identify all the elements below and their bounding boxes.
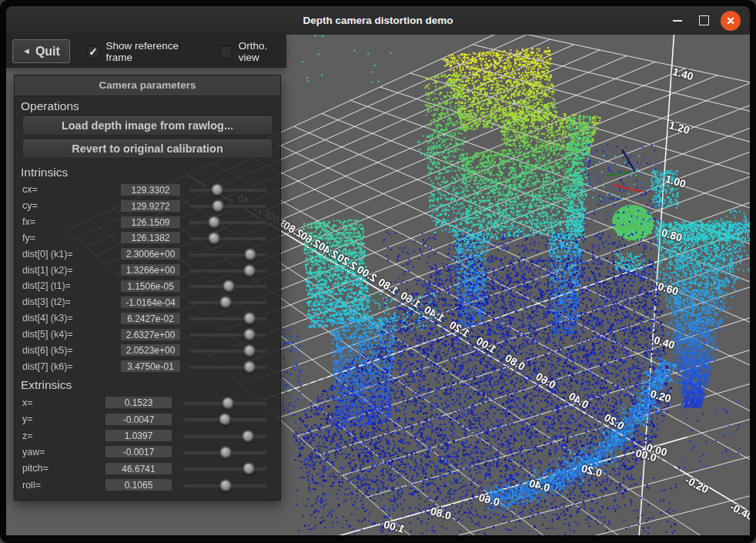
param-label: pitch= (22, 463, 105, 474)
slider-handle[interactable] (222, 397, 234, 409)
param-slider[interactable] (182, 449, 268, 455)
param-slider[interactable] (188, 267, 268, 273)
camera-parameters-panel: Camera parameters Operations Load depth … (14, 75, 281, 501)
titlebar[interactable]: Depth camera distortion demo ✕ (6, 6, 750, 35)
back-arrow-icon: ◄ (22, 47, 31, 55)
parameter-row: dist[6] (k5)=2.0523e+00 (15, 342, 280, 358)
slider-handle[interactable] (243, 328, 256, 340)
param-slider[interactable] (188, 364, 268, 370)
param-slider[interactable] (188, 186, 268, 193)
param-value-field[interactable]: 1.0397 (105, 429, 172, 442)
param-label: x= (22, 397, 105, 408)
param-slider[interactable] (182, 433, 268, 439)
slider-handle[interactable] (242, 430, 254, 442)
param-value-field[interactable]: 129.3302 (120, 183, 181, 196)
param-label: dist[5] (k4)= (22, 329, 120, 340)
param-slider[interactable] (188, 219, 268, 225)
param-value-field[interactable]: 1.3266e+00 (120, 263, 181, 277)
maximize-button[interactable] (694, 6, 713, 35)
param-value-field[interactable]: 3.4750e-01 (120, 360, 181, 373)
param-value-field[interactable]: 129.9272 (120, 199, 181, 213)
param-slider[interactable] (188, 203, 268, 209)
param-value-field[interactable]: 0.1065 (105, 478, 172, 491)
slider-handle[interactable] (222, 280, 235, 292)
param-value-field[interactable]: 6.2427e-02 (120, 312, 181, 325)
checkbox-label: Show reference frame (106, 40, 200, 63)
parameter-row: pitch=46.6741 (15, 461, 280, 477)
parameter-row: dist[5] (k4)=2.6327e+00 (15, 327, 280, 343)
quit-label: Quit (35, 45, 60, 59)
param-slider[interactable] (188, 347, 268, 354)
param-value-field[interactable]: 126.1382 (120, 231, 181, 244)
parameter-row: dist[7] (k6)=3.4750e-01 (15, 358, 280, 374)
param-label: dist[7] (k6)= (22, 361, 120, 372)
slider-handle[interactable] (212, 199, 224, 212)
param-slider[interactable] (182, 482, 268, 488)
slider-handle[interactable] (243, 462, 255, 474)
maximize-icon (699, 15, 709, 25)
section-operations: Operations (15, 96, 280, 116)
parameter-row: x=0.1523 (15, 394, 280, 411)
section-intrinsics: Intrinsics (15, 162, 280, 182)
slider-handle[interactable] (211, 183, 223, 196)
minimize-button[interactable] (668, 6, 687, 35)
param-slider[interactable] (182, 400, 268, 406)
param-slider[interactable] (188, 283, 268, 289)
param-slider[interactable] (188, 315, 268, 321)
panel-title[interactable]: Camera parameters (15, 75, 280, 96)
slider-handle[interactable] (219, 446, 232, 458)
extrinsics-rows: x=0.1523y=-0.0047z=1.0397yaw=-0.0017pitc… (15, 394, 280, 493)
param-slider[interactable] (182, 465, 268, 471)
param-slider[interactable] (188, 235, 268, 241)
close-button[interactable]: ✕ (721, 6, 741, 35)
param-value-field[interactable]: 2.0523e+00 (120, 344, 181, 357)
param-value-field[interactable]: 2.3006e+00 (120, 247, 181, 260)
param-slider[interactable] (188, 251, 268, 257)
load-depth-image-button[interactable]: Load depth image from rawlog... (22, 116, 273, 136)
slider-handle[interactable] (244, 248, 256, 260)
slider-handle[interactable] (219, 413, 231, 425)
slider-handle[interactable] (243, 264, 256, 277)
param-label: fy= (22, 233, 120, 243)
param-value-field[interactable]: -0.0017 (105, 445, 172, 458)
param-label: dist[6] (k5)= (22, 345, 120, 356)
parameter-row: dist[1] (k2)=1.3266e+00 (15, 262, 280, 278)
parameter-row: roll=0.1065 (15, 477, 280, 493)
param-value-field[interactable]: 126.1509 (120, 216, 181, 229)
param-value-field[interactable]: 46.6741 (105, 462, 172, 475)
parameter-row: z=1.0397 (15, 427, 280, 444)
slider-handle[interactable] (219, 296, 232, 308)
param-slider[interactable] (188, 299, 268, 305)
param-value-field[interactable]: 0.1523 (105, 396, 172, 409)
parameter-row: dist[3] (t2)=-1.0164e-04 (15, 294, 280, 310)
toolbar: ◄Quit ✓ Show reference frame ✓ Ortho. vi… (6, 35, 286, 68)
parameter-row: cy=129.9272 (15, 198, 280, 214)
param-label: fx= (22, 216, 120, 227)
slider-handle[interactable] (243, 312, 256, 324)
parameter-row: dist[4] (k3)=6.2427e-02 (15, 310, 280, 327)
param-label: dist[3] (t2)= (22, 297, 120, 307)
param-slider[interactable] (188, 331, 268, 337)
param-value-field[interactable]: -1.0164e-04 (120, 296, 181, 309)
param-label: cx= (22, 184, 120, 195)
param-slider[interactable] (182, 416, 268, 422)
param-label: dist[4] (k3)= (22, 313, 120, 323)
param-value-field[interactable]: -0.0047 (105, 413, 172, 426)
window-title: Depth camera distortion demo (6, 6, 750, 35)
slider-handle[interactable] (243, 344, 256, 357)
ortho-view-checkbox[interactable]: ✓ Ortho. view (219, 40, 286, 63)
parameter-row: dist[2] (t1)=1.1506e-05 (15, 278, 280, 294)
param-label: dist[2] (t1)= (22, 280, 120, 291)
section-extrinsics: Extrinsics (15, 374, 280, 394)
param-value-field[interactable]: 2.6327e+00 (120, 328, 181, 341)
slider-handle[interactable] (208, 232, 220, 244)
slider-handle[interactable] (243, 360, 256, 373)
slider-handle[interactable] (208, 216, 220, 228)
revert-calibration-button[interactable]: Revert to original calibration (22, 139, 273, 159)
show-reference-frame-checkbox[interactable]: ✓ Show reference frame (87, 40, 199, 63)
minimize-icon (673, 20, 682, 22)
quit-button[interactable]: ◄Quit (12, 39, 70, 63)
slider-handle[interactable] (219, 479, 232, 491)
param-value-field[interactable]: 1.1506e-05 (120, 280, 181, 293)
checkbox-label: Ortho. view (239, 40, 286, 63)
